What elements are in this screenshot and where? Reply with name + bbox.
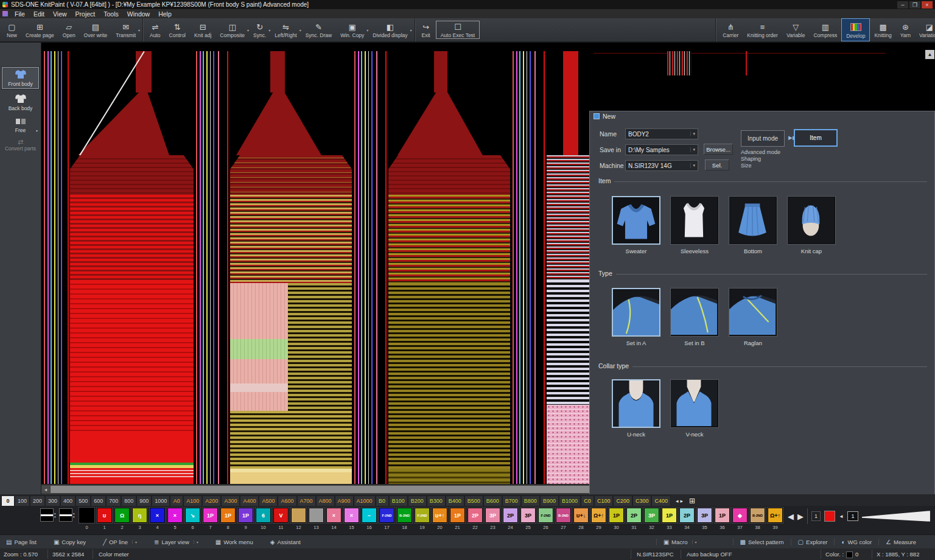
toolbar-carrier-button[interactable]: ⋔Carrier — [718, 18, 743, 41]
palette-tab-a800[interactable]: A800 — [316, 495, 335, 506]
palette-tab-c0[interactable]: C0 — [581, 495, 594, 506]
color-swatch-23[interactable]: 3P23 — [484, 508, 502, 530]
menu-project[interactable]: Project — [71, 10, 100, 18]
palette-tab-b500[interactable]: B500 — [464, 495, 483, 506]
palette-tab-c400[interactable]: C400 — [651, 495, 671, 506]
card-sleeveless[interactable] — [670, 196, 719, 245]
toolbar-compress-button[interactable]: ▥Compress — [809, 18, 841, 41]
menu-file[interactable]: File — [10, 10, 29, 18]
pen-width-wedge[interactable] — [862, 510, 930, 522]
toolbar-variable-button[interactable]: ▽Variable — [782, 18, 810, 41]
stepper-arrows[interactable]: ▴▾ — [54, 508, 56, 522]
card-bottom[interactable] — [729, 196, 777, 245]
bottombar-op-line-button[interactable]: ╱OP line▾ — [103, 539, 137, 545]
toolbar-control-button[interactable]: ⇅Control — [165, 18, 190, 41]
color-swatch-3[interactable]: ŋ3 — [131, 508, 149, 530]
palette-tab-b400[interactable]: B400 — [446, 495, 464, 506]
savein-combobox[interactable]: D:\My Samples ▾ — [625, 144, 698, 155]
color-swatch-26[interactable]: F-2ND26 — [537, 508, 555, 530]
color-swatch-25[interactable]: 3P25 — [519, 508, 537, 530]
bottombar-layer-view-button[interactable]: ≣Layer view▾ — [154, 539, 198, 545]
pen-size-value[interactable]: 1 — [847, 511, 858, 521]
toolbar-sync-draw-button[interactable]: ✎Sync. Draw — [301, 18, 336, 41]
tabs-scroll-left-icon[interactable]: ◂ — [676, 498, 679, 504]
bottombar-macro-button[interactable]: ▣Macro▾ — [656, 539, 704, 545]
draw-color-selector-left[interactable]: ▴▾ — [40, 508, 59, 522]
menu-window[interactable]: Window — [123, 10, 154, 18]
chevron-down-icon[interactable]: ▾ — [690, 163, 695, 168]
color-swatch-4[interactable]: ×4 — [149, 508, 166, 530]
card-v-neck[interactable] — [670, 379, 719, 428]
color-swatch-11[interactable]: V11 — [272, 508, 290, 530]
menu-tools[interactable]: Tools — [99, 10, 123, 18]
color-swatch-10[interactable]: 610 — [254, 508, 272, 530]
color-swatch-13[interactable]: 13 — [307, 508, 325, 530]
maximize-button[interactable]: ❐ — [909, 1, 920, 9]
color-swatch-9[interactable]: 1P9 — [237, 508, 254, 530]
toolbar-new-button[interactable]: ▢New — [2, 18, 21, 41]
palette-tab-b100[interactable]: B100 — [389, 495, 408, 506]
toolbar-auto-exec-test-button[interactable]: ☐Auto Exec Test — [436, 21, 480, 39]
color-swatch-7[interactable]: 1P7 — [201, 508, 219, 530]
palette-tab-a100[interactable]: A100 — [183, 495, 202, 506]
color-swatch-20[interactable]: ʊ+↑20 — [431, 508, 449, 530]
toolbar-create-page-button[interactable]: ⊞Create page — [21, 18, 58, 41]
machine-combobox[interactable]: N.SIR123V 14G ▾ — [625, 160, 698, 171]
palette-tab-a1000[interactable]: A1000 — [354, 495, 376, 506]
chevron-down-icon[interactable]: ▾ — [36, 128, 38, 134]
color-swatch-16[interactable]: −16 — [360, 508, 378, 530]
toolbar-transmit-button[interactable]: ✉Transmit▾ — [111, 18, 140, 41]
sidebar-item-front-body[interactable]: Front body — [2, 67, 39, 89]
card-set-in-b[interactable] — [670, 288, 719, 337]
palette-tab-b800[interactable]: B800 — [521, 495, 540, 506]
bottombar-measure-button[interactable]: ∠Measure — [878, 539, 923, 545]
color-swatch-34[interactable]: 2P34 — [678, 508, 696, 530]
color-swatch-5[interactable]: ×5 — [166, 508, 184, 530]
toolbar-knit-adj-button[interactable]: ⊟Knit adj — [190, 18, 215, 41]
input-mode-button[interactable]: Input mode — [741, 130, 785, 147]
palette-tab-700[interactable]: 700 — [106, 495, 121, 506]
toolbar-left-right-button[interactable]: ⇋Left/Right▾ — [270, 18, 301, 41]
color-swatch-38[interactable]: B-2ND38 — [749, 508, 766, 530]
palette-tab-a300[interactable]: A300 — [221, 495, 240, 506]
palette-tab-b900[interactable]: B900 — [540, 495, 559, 506]
menu-help[interactable]: Help — [154, 10, 176, 18]
color-swatch-19[interactable]: F-2ND19 — [413, 508, 431, 530]
dropdown-caret-icon[interactable]: ▾ — [132, 540, 137, 544]
palette-tab-800[interactable]: 800 — [121, 495, 136, 506]
palette-tab-a200[interactable]: A200 — [202, 495, 221, 506]
palette-grid-icon[interactable]: ⊞ — [689, 497, 695, 505]
card-knit-cap[interactable] — [787, 196, 836, 245]
toolbar-win-copy-button[interactable]: ▣Win. Copy▾ — [336, 18, 368, 41]
menu-view[interactable]: View — [49, 10, 71, 18]
palette-tab-c200[interactable]: C200 — [613, 495, 632, 506]
color-swatch-2[interactable]: Ω2 — [113, 508, 131, 530]
toolbar-divided-display-button[interactable]: ◧Divided display▾ — [368, 18, 411, 41]
dropdown-caret-icon[interactable]: ▾ — [692, 540, 697, 544]
color-swatch-14[interactable]: ×14 — [325, 508, 343, 530]
color-swatch-24[interactable]: 2P24 — [502, 508, 519, 530]
color-swatch-33[interactable]: 1P33 — [660, 508, 678, 530]
card-sweater[interactable] — [612, 196, 660, 245]
tabs-scroll-right-icon[interactable]: ▸ — [681, 498, 684, 504]
palette-tab-a400[interactable]: A400 — [240, 495, 259, 506]
palette-tab-100[interactable]: 100 — [15, 495, 30, 506]
toolbar-exit-button[interactable]: ↪Exit — [418, 18, 435, 41]
sidebar-item-back-body[interactable]: Back body — [2, 92, 39, 113]
bottombar-work-menu-button[interactable]: ▦Work menu — [215, 539, 253, 545]
color-swatch-8[interactable]: 1P8 — [219, 508, 237, 530]
card-raglan[interactable] — [729, 288, 777, 337]
color-swatch-12[interactable]: 12 — [290, 508, 307, 530]
bottombar-page-list-button[interactable]: ▤Page list — [6, 539, 37, 545]
menu-edit[interactable]: Edit — [29, 10, 49, 18]
color-swatch-18[interactable]: B-2ND18 — [396, 508, 413, 530]
item-mode-button[interactable]: Item — [794, 129, 838, 147]
card-u-neck[interactable] — [612, 379, 660, 428]
color-swatch-17[interactable]: F-2ND17 — [378, 508, 396, 530]
vscroll-up-icon[interactable]: ▲ — [925, 50, 934, 59]
dropdown-caret-icon[interactable]: ▾ — [410, 28, 412, 32]
palette-tab-c300[interactable]: C300 — [632, 495, 652, 506]
toolbar-yarn-button[interactable]: ⊛Yarn — [896, 18, 915, 41]
color-swatch-15[interactable]: ×15 — [343, 508, 360, 530]
sel-button[interactable]: Sel. — [705, 159, 729, 170]
